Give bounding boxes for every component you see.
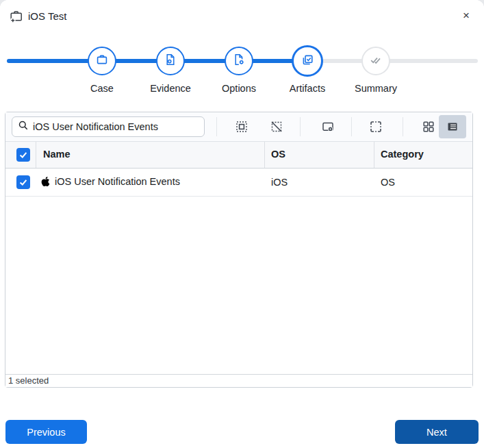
toolbar-divider <box>216 117 217 136</box>
step-label-options: Options <box>222 83 256 94</box>
apple-icon <box>41 176 50 187</box>
profile-settings-icon[interactable] <box>316 116 340 138</box>
table-row[interactable]: iOS User Notification Events iOS OS <box>5 169 472 197</box>
column-header-name[interactable]: Name <box>43 149 71 160</box>
file-gear-icon <box>232 53 246 69</box>
artifact-name-cell: iOS User Notification Events <box>41 176 180 187</box>
select-all-icon[interactable] <box>229 116 254 138</box>
step-summary[interactable] <box>361 47 390 75</box>
artifact-os: iOS <box>271 177 288 188</box>
case-add-icon <box>9 9 24 24</box>
previous-button[interactable]: Previous <box>5 420 87 444</box>
step-label-case: Case <box>90 83 114 94</box>
step-artifacts[interactable] <box>292 45 323 77</box>
column-divider <box>374 142 374 168</box>
step-options[interactable] <box>225 47 253 75</box>
wizard-dialog: iOS Test × <box>0 0 484 448</box>
artifact-check-icon <box>301 53 315 70</box>
selection-status: 1 selected <box>5 374 472 387</box>
grid-view-icon[interactable] <box>416 116 441 138</box>
search-icon <box>18 120 29 134</box>
table-header: Name OS Category <box>5 142 472 169</box>
search-box[interactable] <box>12 116 205 137</box>
close-icon[interactable]: × <box>458 8 474 24</box>
step-case[interactable] <box>88 47 116 75</box>
toolbar-divider <box>300 117 301 136</box>
step-label-artifacts: Artifacts <box>290 83 325 94</box>
step-label-summary: Summary <box>355 83 397 94</box>
column-header-category[interactable]: Category <box>381 149 424 160</box>
evidence-file-icon <box>164 53 177 69</box>
table-empty-area <box>5 197 472 374</box>
artifact-toolbar <box>5 112 472 142</box>
dialog-title: iOS Test <box>28 10 66 22</box>
briefcase-icon <box>95 53 109 69</box>
step-evidence[interactable] <box>156 47 185 75</box>
custom-selection-icon[interactable] <box>364 116 388 138</box>
column-divider <box>264 142 265 168</box>
select-all-checkbox[interactable] <box>16 148 30 162</box>
toolbar-divider <box>351 117 352 136</box>
double-check-icon <box>368 52 383 70</box>
dialog-header: iOS Test × <box>0 0 484 33</box>
deselect-all-icon[interactable] <box>264 116 289 138</box>
artifact-category: OS <box>381 177 395 188</box>
artifact-panel: Name OS Category iOS User Notification E… <box>5 112 473 388</box>
column-divider <box>36 142 36 168</box>
artifact-name: iOS User Notification Events <box>55 176 180 187</box>
list-view-icon[interactable] <box>439 115 466 138</box>
row-checkbox[interactable] <box>16 175 30 189</box>
next-button[interactable]: Next <box>395 420 479 444</box>
step-label-evidence: Evidence <box>150 83 191 94</box>
column-header-os[interactable]: OS <box>271 149 285 160</box>
search-input[interactable] <box>33 121 199 132</box>
toolbar-divider <box>403 117 403 136</box>
wizard-stepper: Case Evidence Options Artifacts Summary <box>0 42 484 100</box>
